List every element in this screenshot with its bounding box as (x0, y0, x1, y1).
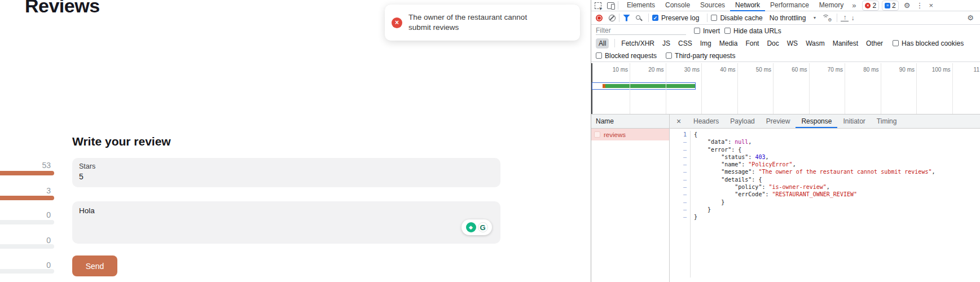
disable-cache-label[interactable]: Disable cache (720, 14, 762, 22)
network-conditions-icon[interactable] (822, 15, 830, 21)
has-blocked-cookies-label[interactable]: Has blocked cookies (902, 39, 964, 47)
close-devtools-icon[interactable]: × (926, 1, 936, 10)
preserve-log-label[interactable]: Preserve log (661, 14, 699, 22)
filter-input[interactable] (596, 27, 686, 35)
overview-download-segment (605, 84, 695, 88)
type-filter-img[interactable]: Img (697, 38, 714, 49)
resource-type-filters: AllFetch/XHRJSCSSImgMediaFontDocWSWasmMa… (591, 37, 980, 50)
send-button[interactable]: Send (72, 255, 117, 276)
type-filter-css[interactable]: CSS (675, 38, 695, 49)
devtools-panel: ElementsConsoleSourcesNetworkPerformance… (591, 0, 980, 282)
code-segment: } (694, 206, 711, 213)
response-code-line: –} (670, 213, 980, 221)
rating-count: 0 (14, 261, 51, 270)
network-settings-gear-icon[interactable]: ⚙ (964, 14, 977, 22)
type-filter-media[interactable]: Media (717, 38, 741, 49)
hide-data-urls-label[interactable]: Hide data URLs (733, 27, 781, 35)
invert-label[interactable]: Invert (703, 27, 720, 35)
type-filter-other[interactable]: Other (863, 38, 886, 49)
menu-dots-icon[interactable]: ⋮ (913, 1, 926, 10)
timeline-tick-label: 50 ms (748, 67, 771, 73)
type-filter-doc[interactable]: Doc (764, 38, 781, 49)
tab-memory[interactable]: Memory (814, 0, 849, 11)
detail-tab-initiator[interactable]: Initiator (837, 114, 871, 128)
gutter-line-number: – (670, 199, 691, 206)
detail-tab-timing[interactable]: Timing (871, 114, 903, 128)
type-filter-js[interactable]: JS (660, 38, 673, 49)
throttling-select[interactable]: No throttling (770, 14, 806, 22)
detail-tab-headers[interactable]: Headers (688, 114, 724, 128)
review-textarea[interactable]: Hola ◆ G (72, 201, 500, 244)
inspect-element-icon[interactable] (595, 2, 601, 9)
blocked-requests-checkbox[interactable] (596, 52, 602, 59)
grammarly-suggestion-icon[interactable]: ◆ (466, 222, 476, 232)
error-toast[interactable]: × The owner of the restaurant cannot sub… (385, 5, 580, 41)
type-filter-font[interactable]: Font (742, 38, 762, 49)
detail-tab-preview[interactable]: Preview (761, 114, 796, 128)
code-segment: : (728, 139, 735, 145)
tab-elements[interactable]: Elements (622, 0, 660, 11)
code-segment: : (762, 184, 768, 190)
tab-performance[interactable]: Performance (765, 0, 814, 11)
settings-gear-icon[interactable]: ⚙ (901, 1, 913, 10)
stars-field[interactable]: Stars 5 (72, 158, 500, 187)
response-code-line: – "name": "PolicyError", (670, 161, 980, 168)
code-text: } (691, 206, 711, 213)
network-toolbar: ✓ Preserve log Disable cache No throttli… (591, 11, 980, 25)
tab-console[interactable]: Console (660, 0, 695, 11)
type-filter-ws[interactable]: WS (784, 38, 801, 49)
third-party-label[interactable]: Third-party requests (675, 52, 735, 60)
rating-count: 0 (14, 236, 51, 245)
throttling-dropdown-arrow[interactable]: ▼ (812, 16, 816, 20)
code-segment: "name" (721, 161, 741, 168)
response-pane: 1{– "data": null,– "error": {– "status":… (670, 129, 980, 282)
code-segment: { (694, 131, 697, 138)
code-segment: "PolicyError" (748, 161, 792, 168)
tab-sources[interactable]: Sources (695, 0, 730, 11)
clear-network-log-icon[interactable] (609, 15, 616, 21)
has-blocked-cookies-checkbox[interactable] (893, 40, 899, 46)
third-party-checkbox[interactable] (666, 52, 672, 59)
type-filter-fetchxhr[interactable]: Fetch/XHR (618, 38, 657, 49)
preserve-log-checkbox[interactable]: ✓ (652, 15, 658, 21)
grammarly-logo-icon[interactable]: G (478, 222, 488, 232)
import-har-icon[interactable]: ↑ (841, 15, 849, 21)
type-filter-manifest[interactable]: Manifest (830, 38, 861, 49)
detail-tab-payload[interactable]: Payload (724, 114, 760, 128)
type-filter-wasm[interactable]: Wasm (803, 38, 828, 49)
disable-cache-checkbox[interactable] (711, 15, 717, 21)
record-network-log-icon[interactable] (596, 15, 603, 21)
code-segment (694, 161, 721, 168)
hide-data-urls-checkbox[interactable] (724, 28, 731, 34)
code-text: "policy": "is-owner-review", (691, 183, 830, 191)
rating-bar (0, 244, 54, 249)
code-text: } (691, 199, 724, 206)
network-overview-timeline[interactable]: 10 ms20 ms30 ms40 ms50 ms60 ms70 ms80 ms… (591, 63, 980, 114)
divider (614, 39, 615, 47)
export-har-icon[interactable]: ↓ (849, 14, 856, 22)
more-tabs-icon[interactable]: » (849, 1, 859, 10)
request-row[interactable]: reviews (591, 129, 669, 140)
name-column-header[interactable]: Name (591, 114, 670, 128)
code-text: { (691, 131, 697, 138)
filter-funnel-icon[interactable] (623, 15, 630, 21)
detail-tab-response[interactable]: Response (796, 114, 837, 128)
blocked-requests-label[interactable]: Blocked requests (605, 52, 657, 60)
tab-network[interactable]: Network (730, 0, 765, 11)
invert-checkbox[interactable] (694, 28, 700, 34)
type-filter-all[interactable]: All (596, 38, 609, 49)
message-count-badge[interactable]: ≡ 2 (882, 1, 899, 11)
overview-selection-band[interactable] (592, 82, 696, 90)
code-segment: , (793, 161, 796, 168)
grammarly-widget[interactable]: ◆ G (462, 219, 492, 235)
search-icon[interactable] (636, 15, 640, 20)
code-segment (694, 147, 707, 153)
code-text: "errCode": "RESTAURANT_OWNER_REVIEW" (691, 191, 857, 198)
response-code-line: – "status": 403, (670, 153, 980, 161)
timeline-gridline (701, 63, 702, 114)
toast-message: The owner of the restaurant cannot submi… (408, 12, 551, 33)
close-detail-pane-icon[interactable]: × (670, 114, 688, 128)
message-count: 2 (892, 2, 896, 10)
device-toolbar-icon[interactable] (607, 2, 614, 9)
error-count-badge[interactable]: × 2 (862, 1, 879, 11)
